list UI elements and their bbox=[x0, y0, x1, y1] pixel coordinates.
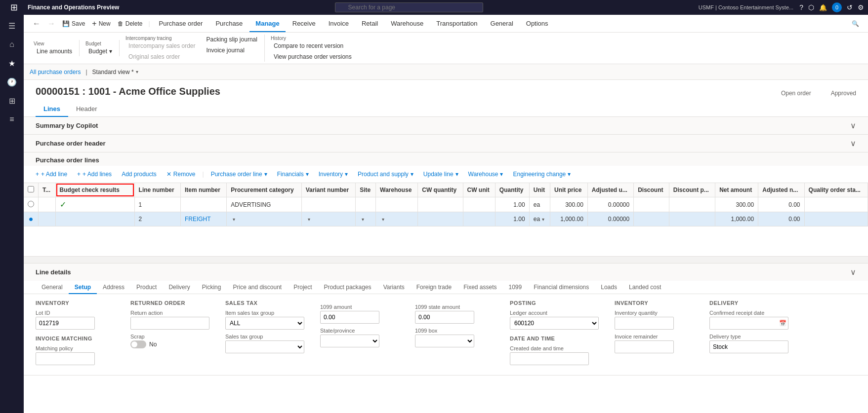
add-products-button[interactable]: Add products bbox=[118, 169, 161, 180]
row1-radio[interactable] bbox=[28, 201, 34, 207]
sidebar-hamburger[interactable]: ☰ bbox=[2, 17, 22, 35]
original-sales-order-button[interactable]: Original sales order bbox=[125, 52, 198, 62]
intercompany-sales-order-button[interactable]: Intercompany sales order bbox=[125, 41, 198, 51]
tab-purchase-order[interactable]: Purchase order bbox=[153, 15, 209, 32]
scrap-toggle[interactable] bbox=[130, 340, 146, 348]
1099-box-select[interactable] bbox=[415, 335, 474, 347]
sales-tax-group-select[interactable] bbox=[225, 340, 304, 353]
nav-forward-button[interactable]: → bbox=[44, 18, 58, 30]
ld-tab-setup[interactable]: Setup bbox=[69, 281, 97, 294]
row2-variant-dropdown[interactable]: ▾ bbox=[308, 217, 310, 222]
view-selector[interactable]: Standard view * ▾ bbox=[92, 69, 138, 75]
engineering-change-button[interactable]: Engineering change ▾ bbox=[509, 169, 575, 180]
product-supply-button[interactable]: Product and supply ▾ bbox=[354, 169, 417, 180]
created-date-input[interactable] bbox=[510, 352, 589, 365]
ld-tab-landed-cost[interactable]: Landed cost bbox=[623, 281, 667, 294]
view-versions-button[interactable]: View purchase order versions bbox=[271, 52, 355, 62]
delivery-type-input[interactable] bbox=[709, 340, 788, 353]
nav-back-button[interactable]: ← bbox=[30, 18, 43, 30]
delete-toolbar-button[interactable]: 🗑 Delete bbox=[115, 19, 146, 29]
refresh-icon[interactable]: ↺ bbox=[847, 3, 853, 11]
ld-tab-fixed-assets[interactable]: Fixed assets bbox=[457, 281, 502, 294]
search-input[interactable] bbox=[335, 2, 483, 12]
1099-state-amount-input[interactable] bbox=[415, 311, 474, 324]
row1-unit-price[interactable]: 300.00 bbox=[550, 197, 588, 212]
table-row[interactable]: ✓ 1 ADVERTISING 1.00 bbox=[24, 197, 868, 212]
ledger-account-select[interactable]: 600120 bbox=[510, 317, 599, 330]
ld-tab-financial-dims[interactable]: Financial dimensions bbox=[528, 281, 595, 294]
all-purchase-orders-link[interactable]: All purchase orders bbox=[30, 69, 81, 75]
row2-proc-cat-dropdown[interactable]: ▾ bbox=[233, 217, 235, 222]
tab-purchase[interactable]: Purchase bbox=[209, 15, 248, 32]
ld-tab-project[interactable]: Project bbox=[288, 281, 318, 294]
ld-tab-foreign-trade[interactable]: Foreign trade bbox=[411, 281, 457, 294]
return-action-input[interactable] bbox=[130, 317, 209, 330]
sidebar-home[interactable]: ⌂ bbox=[2, 36, 22, 53]
network-icon[interactable]: ⬡ bbox=[808, 3, 814, 11]
ld-tab-general[interactable]: General bbox=[36, 281, 69, 294]
notification-icon[interactable]: 🔔 bbox=[819, 4, 827, 11]
matching-policy-input[interactable] bbox=[36, 352, 95, 365]
tab-general[interactable]: General bbox=[485, 15, 519, 32]
tab-warehouse[interactable]: Warehouse bbox=[385, 15, 429, 32]
purchase-order-line-button[interactable]: Purchase order line ▾ bbox=[207, 169, 271, 180]
sidebar-star[interactable]: ★ bbox=[2, 54, 22, 72]
ld-tab-price-discount[interactable]: Price and discount bbox=[227, 281, 288, 294]
inventory-button[interactable]: Inventory ▾ bbox=[315, 169, 352, 180]
tab-manage[interactable]: Manage bbox=[249, 15, 285, 32]
confirmed-receipt-input[interactable] bbox=[709, 317, 788, 330]
remove-button[interactable]: ✕ Remove bbox=[163, 169, 200, 180]
line-amounts-button[interactable]: Line amounts bbox=[34, 46, 75, 56]
sidebar-recent[interactable]: 🕐 bbox=[2, 73, 22, 91]
ld-tab-loads[interactable]: Loads bbox=[595, 281, 623, 294]
packing-slip-journal-button[interactable]: Packing slip journal bbox=[204, 35, 260, 44]
header-tab[interactable]: Header bbox=[68, 101, 105, 116]
ribbon-search-button[interactable]: 🔍 bbox=[849, 19, 862, 29]
row1-quantity[interactable]: 1.00 bbox=[495, 197, 529, 212]
row2-unit[interactable]: ea ▾ bbox=[529, 212, 550, 226]
tab-receive[interactable]: Receive bbox=[287, 15, 322, 32]
table-row[interactable]: ● 2 FREIGHT bbox=[24, 212, 868, 226]
ld-tab-picking[interactable]: Picking bbox=[196, 281, 227, 294]
row2-warehouse-dropdown[interactable]: ▾ bbox=[382, 217, 384, 222]
row2-site-dropdown[interactable]: ▾ bbox=[362, 217, 364, 222]
app-grid-icon[interactable]: ⊞ bbox=[4, 0, 24, 16]
ld-tab-variants[interactable]: Variants bbox=[377, 281, 411, 294]
tab-invoice[interactable]: Invoice bbox=[323, 15, 355, 32]
update-line-button[interactable]: Update line ▾ bbox=[419, 169, 462, 180]
help-icon[interactable]: ? bbox=[799, 3, 803, 11]
row2-unit-price[interactable]: 1,000.00 bbox=[550, 212, 588, 226]
lines-tab[interactable]: Lines bbox=[36, 101, 68, 116]
warehouse-button[interactable]: Warehouse ▾ bbox=[464, 169, 507, 180]
summary-copilot-header[interactable]: Summary by Copilot ∨ bbox=[24, 117, 868, 134]
save-toolbar-button[interactable]: 💾 Save bbox=[59, 19, 88, 29]
tab-retail[interactable]: Retail bbox=[356, 15, 384, 32]
ld-tab-delivery[interactable]: Delivery bbox=[163, 281, 196, 294]
budget-button[interactable]: Budget ▾ bbox=[85, 46, 115, 56]
invoice-journal-button[interactable]: Invoice journal bbox=[204, 45, 260, 55]
sidebar-grid[interactable]: ⊞ bbox=[2, 92, 22, 110]
line-details-header[interactable]: Line details ∨ bbox=[24, 263, 868, 281]
ld-tab-1099[interactable]: 1099 bbox=[503, 281, 528, 294]
select-all-checkbox[interactable] bbox=[28, 186, 34, 192]
table-scrollbar[interactable] bbox=[24, 256, 868, 263]
row1-unit[interactable]: ea bbox=[529, 197, 550, 212]
financials-button[interactable]: Financials ▾ bbox=[273, 169, 313, 180]
tab-transportation[interactable]: Transportation bbox=[430, 15, 483, 32]
row2-item-number[interactable]: FREIGHT bbox=[180, 212, 226, 226]
settings-icon[interactable]: ⚙ bbox=[858, 3, 864, 11]
row1-proc-cat[interactable]: ADVERTISING bbox=[227, 197, 301, 212]
invoice-remainder-input[interactable] bbox=[615, 340, 674, 353]
sidebar-list[interactable]: ≡ bbox=[2, 111, 22, 128]
item-sales-tax-select[interactable]: ALL bbox=[225, 317, 304, 330]
row2-unit-dropdown[interactable]: ▾ bbox=[542, 217, 544, 222]
state-province-select[interactable] bbox=[320, 335, 379, 347]
ld-tab-product-packages[interactable]: Product packages bbox=[318, 281, 377, 294]
inv-quantity-input[interactable] bbox=[615, 317, 674, 330]
add-line-button[interactable]: + + Add line bbox=[32, 169, 71, 180]
ld-tab-product[interactable]: Product bbox=[130, 281, 163, 294]
lot-id-input[interactable] bbox=[36, 317, 95, 330]
row2-quantity[interactable]: 1.00 bbox=[495, 212, 529, 226]
tab-options[interactable]: Options bbox=[520, 15, 554, 32]
add-lines-button[interactable]: + + Add lines bbox=[73, 169, 116, 180]
